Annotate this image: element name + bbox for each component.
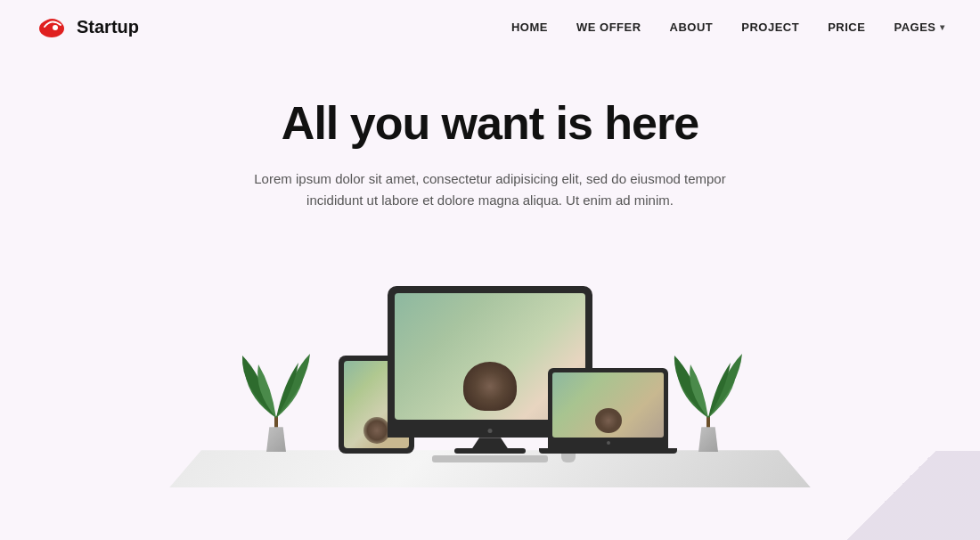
nav-link-price[interactable]: PRICE [828,20,865,34]
nav-link-project[interactable]: PROJECT [741,20,799,34]
nav-link-pages[interactable]: PAGES ▾ [894,20,944,34]
plant-leaves-right [673,347,744,427]
nav-link-about[interactable]: ABOUT [670,20,714,34]
vase-right [698,427,718,452]
hero-title: All you want is here [282,98,698,149]
macbook-screen-outer [548,368,668,448]
macbook-screen-inner [552,372,664,438]
plant-left [241,345,312,452]
hero-section: All you want is here Lorem ipsum dolor s… [0,53,980,487]
imac-keyboard [432,455,548,462]
nav-item-price[interactable]: PRICE [828,19,865,35]
nav-item-pages[interactable]: PAGES ▾ [894,20,944,34]
imac-stand [472,438,508,448]
nav-item-we-offer[interactable]: WE OFFER [576,19,641,35]
logo-icon [36,11,68,43]
imac-base [454,448,526,454]
macbook-camera [607,441,610,445]
nav-link-home[interactable]: HOME [511,20,548,34]
macbook-device [539,368,677,454]
plant-right [673,345,744,452]
nav-links: HOME WE OFFER ABOUT PROJECT PRICE PAGES … [511,19,944,35]
nav-item-about[interactable]: ABOUT [670,19,714,35]
devices-illustration [187,238,793,487]
nav-item-home[interactable]: HOME [511,19,548,35]
imac-camera [488,429,493,433]
nav-link-we-offer[interactable]: WE OFFER [576,20,641,34]
vase-left [266,427,286,452]
svg-point-1 [53,25,58,30]
navbar: Startup HOME WE OFFER ABOUT PROJECT PRIC… [0,0,980,53]
plant-leaves-left [241,347,312,427]
logo-text: Startup [77,17,139,37]
nav-item-project[interactable]: PROJECT [741,19,799,35]
chevron-down-icon: ▾ [940,22,945,32]
macbook-base [539,448,677,454]
logo[interactable]: Startup [36,11,139,43]
diagonal-accent [802,451,980,540]
hero-subtitle: Lorem ipsum dolor sit amet, consectetur … [249,168,731,211]
